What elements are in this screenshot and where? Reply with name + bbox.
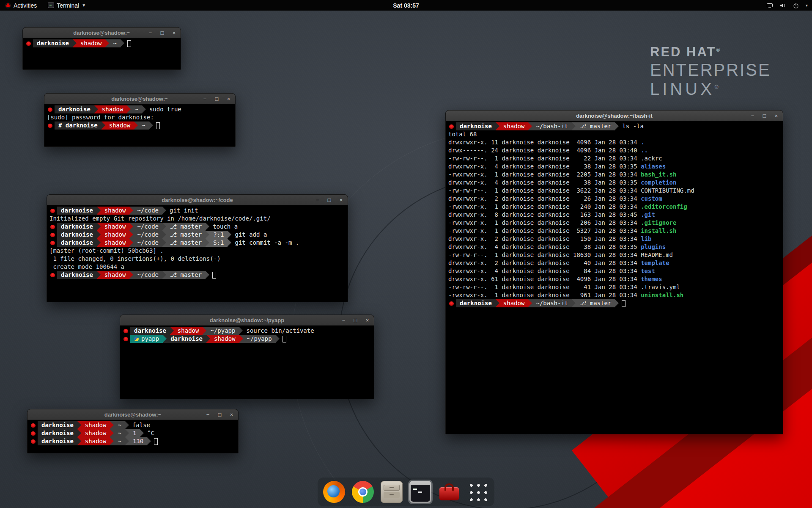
terminal-text: total 68 [448,130,477,138]
powerline-arrow [129,223,133,231]
window-titlebar[interactable]: darknoise@shadow:~/bash-it − □ × [446,110,783,121]
top-bar: Activities Terminal ▼ Sat 03:57 ▾ [0,0,812,11]
terminal-line: drwxrwxr-x. 4 darknoise darknoise 84 Jan… [448,267,780,275]
terminal-line: drwxrwxr-x. 4 darknoise darknoise 38 Jan… [448,163,780,171]
terminal-content[interactable]: darknoiseshadow~ [23,38,181,49]
terminal-window-pyapp: darknoise@shadow:~/pyapp − □ × darknoise… [120,315,374,399]
terminal-content[interactable]: darknoiseshadow~/codegit initInitialized… [47,205,348,280]
terminal-text: [master (root-commit) 50bcb63] . [49,247,164,255]
window-titlebar[interactable]: darknoise@shadow:~/pyapp − □ × [120,315,374,326]
prompt-segment-git: ⎇ master [166,223,206,231]
powerline-arrow [239,327,243,335]
redhat-prompt-icon [48,108,52,112]
terminal-line: darknoiseshadow~/pyappsource bin/activat… [123,327,371,335]
terminal-text: ls -la [622,122,644,130]
prompt-segment-host: shadow [499,299,529,307]
dock-item-firefox[interactable] [322,480,346,504]
minimize-button[interactable]: − [205,411,211,418]
redhat-prompt-icon [26,41,31,46]
powerline-arrow [528,122,532,130]
dock-item-chrome[interactable] [351,480,375,504]
dock-item-terminal[interactable] [408,480,433,504]
terminal-content[interactable]: darknoiseshadow~falsedarknoiseshadow~1^C… [27,420,238,447]
terminal-text: -rwxrwxr-x. 1 darknoise darknoise 5327 J… [448,227,641,235]
prompt-segment-host: shadow [210,335,239,343]
terminal-window-code: darknoise@shadow:~/code − □ × darknoises… [47,194,348,302]
maximize-button[interactable]: □ [217,411,222,418]
terminal-content[interactable]: darknoiseshadow~sudo true[sudo] password… [44,104,235,131]
close-button[interactable]: × [365,317,370,323]
app-menu-terminal[interactable]: Terminal ▼ [46,0,88,11]
prompt-segment-path: ~ [114,429,125,437]
terminal-line: create mode 100644 a [49,263,345,271]
redhat-prompt-icon [449,124,454,129]
terminal-line: -rwxrwxr-x. 1 darknoise darknoise 961 Ja… [448,291,780,299]
prompt-segment-venv: pyapp [130,335,163,343]
prompt-segment-user: darknoise [57,207,97,215]
terminal-line: Initialized empty Git repository in /hom… [49,215,345,223]
maximize-button[interactable]: □ [214,96,219,102]
terminal-content[interactable]: darknoiseshadow~/bash-it⎇ masterls -lato… [446,121,783,309]
activities-button[interactable]: Activities [3,0,38,11]
redhat-prompt-icon [50,273,55,277]
terminal-text: -rwxrwxr-x. 1 darknoise darknoise 2205 J… [448,171,641,179]
window-title: darknoise@shadow:~/code [162,197,233,203]
minimize-button[interactable]: − [202,96,208,102]
dock [318,478,494,506]
prompt-segment-exit: 1 [129,429,140,437]
close-button[interactable]: × [338,197,344,203]
redhat-prompt-icon [50,241,55,245]
window-titlebar[interactable]: darknoise@shadow:~ − □ × [27,409,238,420]
terminal-text: .. [641,146,648,155]
dock-item-files[interactable] [379,480,404,504]
terminal-content[interactable]: darknoiseshadow~/pyappsource bin/activat… [120,326,374,344]
powerline-arrow [97,223,101,231]
redhat-prompt-icon [449,301,454,306]
terminal-line: darknoiseshadow~ [25,39,178,47]
prompt-segment-host: shadow [81,421,110,429]
prompt-segment-stat: ?:1 [209,231,228,239]
terminal-text: -rw-rw-r--. 1 darknoise darknoise 18630 … [448,251,673,259]
close-button[interactable]: × [226,96,231,102]
dock-item-toolbox[interactable] [437,480,461,504]
terminal-text: themes [641,275,662,283]
minimize-button[interactable]: − [750,113,755,119]
powerline-arrow [206,239,209,247]
redhat-prompt-icon [50,225,55,229]
terminal-text: plugins [641,243,666,251]
close-button[interactable]: × [774,113,779,119]
minimize-button[interactable]: − [341,317,346,323]
prompt-segment-user: darknoise [130,327,170,335]
terminal-line: drwxrwxr-x. 2 darknoise darknoise 26 Jan… [448,195,780,203]
close-button[interactable]: × [229,411,234,418]
prompt-segment-host: shadow [101,271,130,279]
window-title: darknoise@shadow:~/pyapp [210,317,284,323]
minimize-button[interactable]: − [315,197,320,203]
maximize-button[interactable]: □ [159,30,165,36]
dock-item-show-applications[interactable] [466,480,490,504]
powerline-arrow [206,271,209,279]
terminal-text: touch a [213,223,238,231]
powerline-arrow [125,421,129,429]
activities-label: Activities [14,2,37,9]
prompt-segment-host: shadow [101,239,130,247]
maximize-button[interactable]: □ [353,317,358,323]
clock[interactable]: Sat 03:57 [393,2,419,9]
files-icon [381,481,403,503]
terminal-line: pyappdarknoiseshadow~/pyapp [123,335,371,343]
close-button[interactable]: × [171,30,177,36]
maximize-button[interactable]: □ [326,197,332,203]
window-titlebar[interactable]: darknoise@shadow:~/code − □ × [47,195,348,205]
window-titlebar[interactable]: darknoise@shadow:~ − □ × [23,28,181,38]
window-titlebar[interactable]: darknoise@shadow:~ − □ × [44,94,235,104]
powerline-arrow [163,335,167,343]
minimize-button[interactable]: − [148,30,153,36]
powerline-arrow [615,299,619,307]
system-status-area[interactable]: ▾ [766,2,812,9]
maximize-button[interactable]: □ [762,113,767,119]
terminal-text: drwx------. 24 darknoise darknoise 4096 … [448,146,641,155]
prompt-segment-git: ⎇ master [576,299,615,307]
window-title: darknoise@shadow:~ [111,96,168,102]
chrome-icon [352,481,374,503]
terminal-text: false [132,421,150,429]
